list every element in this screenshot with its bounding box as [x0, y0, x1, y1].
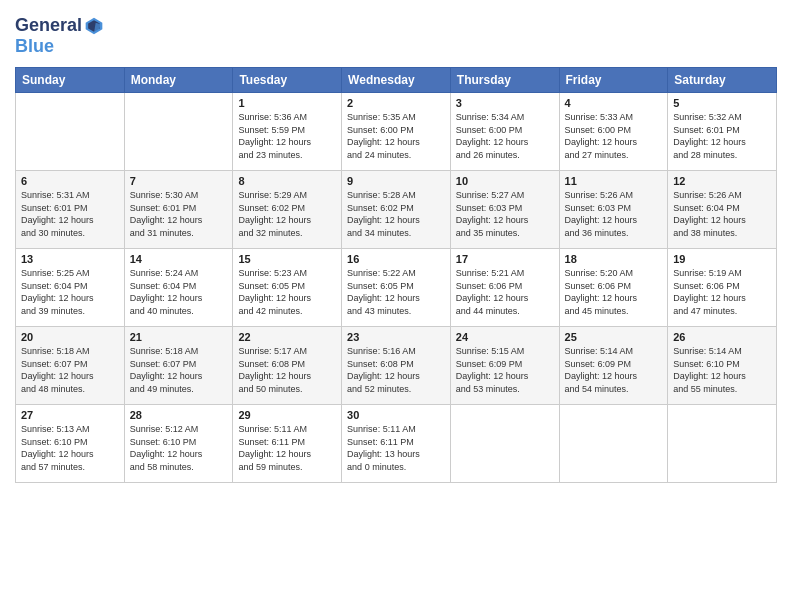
calendar-cell: 7 Sunrise: 5:30 AM Sunset: 6:01 PM Dayli… — [124, 171, 233, 249]
sunrise-info: Sunrise: 5:19 AM — [673, 268, 742, 278]
sunrise-info: Sunrise: 5:18 AM — [21, 346, 90, 356]
calendar-cell: 24 Sunrise: 5:15 AM Sunset: 6:09 PM Dayl… — [450, 327, 559, 405]
day-info: Sunrise: 5:26 AM Sunset: 6:04 PM Dayligh… — [673, 189, 771, 239]
daylight-info: Daylight: 12 hours — [565, 137, 638, 147]
daylight-minutes-info: and 58 minutes. — [130, 462, 194, 472]
day-info: Sunrise: 5:36 AM Sunset: 5:59 PM Dayligh… — [238, 111, 336, 161]
sunset-info: Sunset: 6:04 PM — [130, 281, 197, 291]
daylight-info: Daylight: 12 hours — [130, 215, 203, 225]
sunrise-info: Sunrise: 5:34 AM — [456, 112, 525, 122]
sunrise-info: Sunrise: 5:14 AM — [565, 346, 634, 356]
sunset-info: Sunset: 6:01 PM — [130, 203, 197, 213]
calendar-cell: 14 Sunrise: 5:24 AM Sunset: 6:04 PM Dayl… — [124, 249, 233, 327]
sunrise-info: Sunrise: 5:13 AM — [21, 424, 90, 434]
daylight-info: Daylight: 12 hours — [673, 293, 746, 303]
sunset-info: Sunset: 6:11 PM — [238, 437, 305, 447]
day-info: Sunrise: 5:27 AM Sunset: 6:03 PM Dayligh… — [456, 189, 554, 239]
day-number: 7 — [130, 175, 228, 187]
day-number: 28 — [130, 409, 228, 421]
sunset-info: Sunset: 6:00 PM — [565, 125, 632, 135]
daylight-info: Daylight: 12 hours — [130, 293, 203, 303]
daylight-minutes-info: and 49 minutes. — [130, 384, 194, 394]
calendar-cell: 10 Sunrise: 5:27 AM Sunset: 6:03 PM Dayl… — [450, 171, 559, 249]
calendar-cell — [16, 93, 125, 171]
sunrise-info: Sunrise: 5:27 AM — [456, 190, 525, 200]
day-info: Sunrise: 5:11 AM Sunset: 6:11 PM Dayligh… — [238, 423, 336, 473]
sunrise-info: Sunrise: 5:18 AM — [130, 346, 199, 356]
sunrise-info: Sunrise: 5:11 AM — [347, 424, 416, 434]
sunset-info: Sunset: 6:03 PM — [565, 203, 632, 213]
header: General Blue — [15, 15, 777, 57]
sunset-info: Sunset: 6:10 PM — [21, 437, 88, 447]
daylight-info: Daylight: 12 hours — [238, 293, 311, 303]
daylight-minutes-info: and 27 minutes. — [565, 150, 629, 160]
sunset-info: Sunset: 6:10 PM — [673, 359, 740, 369]
daylight-info: Daylight: 13 hours — [347, 449, 420, 459]
daylight-info: Daylight: 12 hours — [347, 215, 420, 225]
sunset-info: Sunset: 6:05 PM — [238, 281, 305, 291]
day-number: 2 — [347, 97, 445, 109]
daylight-info: Daylight: 12 hours — [21, 371, 94, 381]
calendar-cell — [124, 93, 233, 171]
day-number: 3 — [456, 97, 554, 109]
daylight-info: Daylight: 12 hours — [456, 215, 529, 225]
daylight-minutes-info: and 42 minutes. — [238, 306, 302, 316]
daylight-info: Daylight: 12 hours — [130, 371, 203, 381]
daylight-minutes-info: and 57 minutes. — [21, 462, 85, 472]
daylight-info: Daylight: 12 hours — [456, 293, 529, 303]
sunrise-info: Sunrise: 5:33 AM — [565, 112, 634, 122]
calendar-cell: 23 Sunrise: 5:16 AM Sunset: 6:08 PM Dayl… — [342, 327, 451, 405]
sunrise-info: Sunrise: 5:21 AM — [456, 268, 525, 278]
day-info: Sunrise: 5:16 AM Sunset: 6:08 PM Dayligh… — [347, 345, 445, 395]
daylight-minutes-info: and 50 minutes. — [238, 384, 302, 394]
calendar-cell: 5 Sunrise: 5:32 AM Sunset: 6:01 PM Dayli… — [668, 93, 777, 171]
sunrise-info: Sunrise: 5:36 AM — [238, 112, 307, 122]
day-info: Sunrise: 5:15 AM Sunset: 6:09 PM Dayligh… — [456, 345, 554, 395]
day-info: Sunrise: 5:32 AM Sunset: 6:01 PM Dayligh… — [673, 111, 771, 161]
calendar-cell: 13 Sunrise: 5:25 AM Sunset: 6:04 PM Dayl… — [16, 249, 125, 327]
calendar-cell: 25 Sunrise: 5:14 AM Sunset: 6:09 PM Dayl… — [559, 327, 668, 405]
sunset-info: Sunset: 6:06 PM — [565, 281, 632, 291]
day-number: 24 — [456, 331, 554, 343]
day-number: 15 — [238, 253, 336, 265]
calendar-cell: 11 Sunrise: 5:26 AM Sunset: 6:03 PM Dayl… — [559, 171, 668, 249]
daylight-minutes-info: and 47 minutes. — [673, 306, 737, 316]
daylight-minutes-info: and 31 minutes. — [130, 228, 194, 238]
sunset-info: Sunset: 6:08 PM — [347, 359, 414, 369]
sunset-info: Sunset: 6:04 PM — [21, 281, 88, 291]
day-info: Sunrise: 5:33 AM Sunset: 6:00 PM Dayligh… — [565, 111, 663, 161]
sunset-info: Sunset: 6:02 PM — [238, 203, 305, 213]
sunrise-info: Sunrise: 5:20 AM — [565, 268, 634, 278]
day-info: Sunrise: 5:29 AM Sunset: 6:02 PM Dayligh… — [238, 189, 336, 239]
week-row-4: 20 Sunrise: 5:18 AM Sunset: 6:07 PM Dayl… — [16, 327, 777, 405]
daylight-info: Daylight: 12 hours — [238, 137, 311, 147]
daylight-info: Daylight: 12 hours — [21, 293, 94, 303]
calendar-cell: 2 Sunrise: 5:35 AM Sunset: 6:00 PM Dayli… — [342, 93, 451, 171]
day-number: 9 — [347, 175, 445, 187]
calendar-cell: 26 Sunrise: 5:14 AM Sunset: 6:10 PM Dayl… — [668, 327, 777, 405]
weekday-header-monday: Monday — [124, 68, 233, 93]
week-row-3: 13 Sunrise: 5:25 AM Sunset: 6:04 PM Dayl… — [16, 249, 777, 327]
sunrise-info: Sunrise: 5:11 AM — [238, 424, 307, 434]
calendar-cell: 29 Sunrise: 5:11 AM Sunset: 6:11 PM Dayl… — [233, 405, 342, 483]
day-number: 25 — [565, 331, 663, 343]
sunrise-info: Sunrise: 5:26 AM — [673, 190, 742, 200]
day-number: 16 — [347, 253, 445, 265]
daylight-minutes-info: and 43 minutes. — [347, 306, 411, 316]
daylight-minutes-info: and 48 minutes. — [21, 384, 85, 394]
day-number: 8 — [238, 175, 336, 187]
day-info: Sunrise: 5:18 AM Sunset: 6:07 PM Dayligh… — [21, 345, 119, 395]
sunset-info: Sunset: 6:09 PM — [565, 359, 632, 369]
day-number: 27 — [21, 409, 119, 421]
day-info: Sunrise: 5:14 AM Sunset: 6:10 PM Dayligh… — [673, 345, 771, 395]
sunset-info: Sunset: 6:06 PM — [673, 281, 740, 291]
calendar-cell: 1 Sunrise: 5:36 AM Sunset: 5:59 PM Dayli… — [233, 93, 342, 171]
daylight-minutes-info: and 32 minutes. — [238, 228, 302, 238]
sunrise-info: Sunrise: 5:17 AM — [238, 346, 307, 356]
weekday-header-sunday: Sunday — [16, 68, 125, 93]
daylight-info: Daylight: 12 hours — [238, 371, 311, 381]
day-info: Sunrise: 5:13 AM Sunset: 6:10 PM Dayligh… — [21, 423, 119, 473]
sunrise-info: Sunrise: 5:30 AM — [130, 190, 199, 200]
day-number: 22 — [238, 331, 336, 343]
weekday-header-tuesday: Tuesday — [233, 68, 342, 93]
